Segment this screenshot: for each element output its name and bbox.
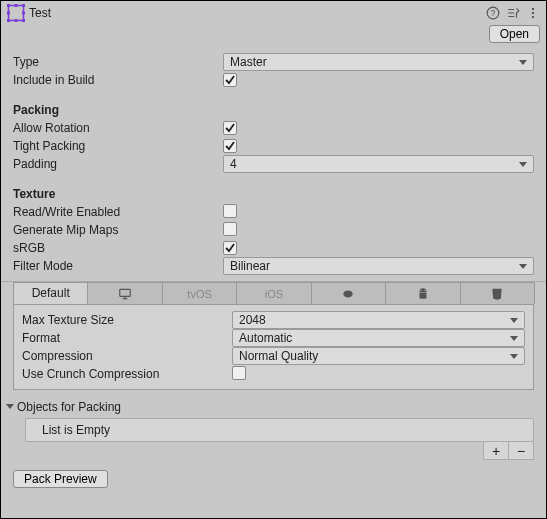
- platform-settings: Max Texture Size 2048 Format Automatic C…: [13, 305, 534, 390]
- allow-rotation-label: Allow Rotation: [13, 121, 223, 135]
- tab-lumin[interactable]: [311, 282, 386, 304]
- svg-point-15: [420, 289, 421, 290]
- list-remove-button[interactable]: −: [508, 442, 534, 460]
- objects-foldout[interactable]: Objects for Packing: [1, 396, 546, 418]
- type-dropdown[interactable]: Master: [223, 53, 534, 71]
- preset-icon[interactable]: [506, 6, 520, 20]
- pack-preview-button[interactable]: Pack Preview: [13, 470, 108, 488]
- mip-checkbox[interactable]: [223, 222, 237, 236]
- crunch-label: Use Crunch Compression: [22, 367, 232, 381]
- max-size-label: Max Texture Size: [22, 313, 232, 327]
- android-icon: [416, 287, 430, 301]
- svg-point-16: [424, 289, 425, 290]
- filter-dropdown[interactable]: Bilinear: [223, 257, 534, 275]
- svg-rect-14: [120, 289, 131, 296]
- format-dropdown[interactable]: Automatic: [232, 329, 525, 347]
- compression-dropdown[interactable]: Normal Quality: [232, 347, 525, 365]
- svg-point-13: [532, 16, 534, 18]
- objects-title: Objects for Packing: [17, 400, 121, 414]
- mip-label: Generate Mip Maps: [13, 223, 223, 237]
- tab-standalone[interactable]: [87, 282, 162, 304]
- list-add-button[interactable]: +: [483, 442, 509, 460]
- srgb-checkbox[interactable]: [223, 241, 237, 255]
- tab-android[interactable]: [385, 282, 460, 304]
- lumin-icon: [341, 287, 355, 301]
- type-label: Type: [13, 55, 223, 69]
- tab-webgl[interactable]: [460, 282, 535, 304]
- svg-point-11: [532, 8, 534, 10]
- html5-icon: [490, 287, 504, 301]
- tab-ios[interactable]: iOS: [236, 282, 311, 304]
- padding-dropdown[interactable]: 4: [223, 155, 534, 173]
- foldout-arrow-icon: [5, 402, 15, 412]
- svg-rect-8: [22, 12, 25, 15]
- compression-label: Compression: [22, 349, 232, 363]
- inspector-header: Test ?: [1, 1, 546, 25]
- srgb-label: sRGB: [13, 241, 223, 255]
- allow-rotation-checkbox[interactable]: [223, 121, 237, 135]
- svg-rect-3: [7, 19, 10, 22]
- include-checkbox[interactable]: [223, 73, 237, 87]
- tab-default[interactable]: Default: [13, 282, 88, 304]
- monitor-icon: [118, 287, 132, 301]
- svg-rect-7: [7, 12, 10, 15]
- filter-label: Filter Mode: [13, 259, 223, 273]
- tight-packing-label: Tight Packing: [13, 139, 223, 153]
- rw-checkbox[interactable]: [223, 204, 237, 218]
- crunch-checkbox[interactable]: [232, 366, 246, 380]
- texture-title: Texture: [1, 183, 546, 203]
- help-icon[interactable]: ?: [486, 6, 500, 20]
- include-label: Include in Build: [13, 73, 223, 87]
- svg-rect-1: [7, 4, 10, 7]
- objects-list-empty: List is Empty: [25, 418, 534, 442]
- platform-tabs: Default tvOS iOS: [13, 282, 534, 305]
- tab-tvos[interactable]: tvOS: [162, 282, 237, 304]
- svg-rect-0: [9, 6, 24, 21]
- tight-packing-checkbox[interactable]: [223, 139, 237, 153]
- packing-title: Packing: [1, 99, 546, 119]
- svg-rect-6: [15, 19, 18, 22]
- rw-label: Read/Write Enabled: [13, 205, 223, 219]
- asset-title: Test: [29, 6, 486, 20]
- padding-label: Padding: [13, 157, 223, 171]
- menu-icon[interactable]: [526, 6, 540, 20]
- svg-text:?: ?: [491, 9, 496, 18]
- svg-point-12: [532, 12, 534, 14]
- svg-rect-2: [22, 4, 25, 7]
- open-button[interactable]: Open: [489, 25, 540, 43]
- svg-rect-5: [15, 4, 18, 7]
- svg-rect-4: [22, 19, 25, 22]
- max-size-dropdown[interactable]: 2048: [232, 311, 525, 329]
- sprite-atlas-icon: [7, 4, 25, 22]
- format-label: Format: [22, 331, 232, 345]
